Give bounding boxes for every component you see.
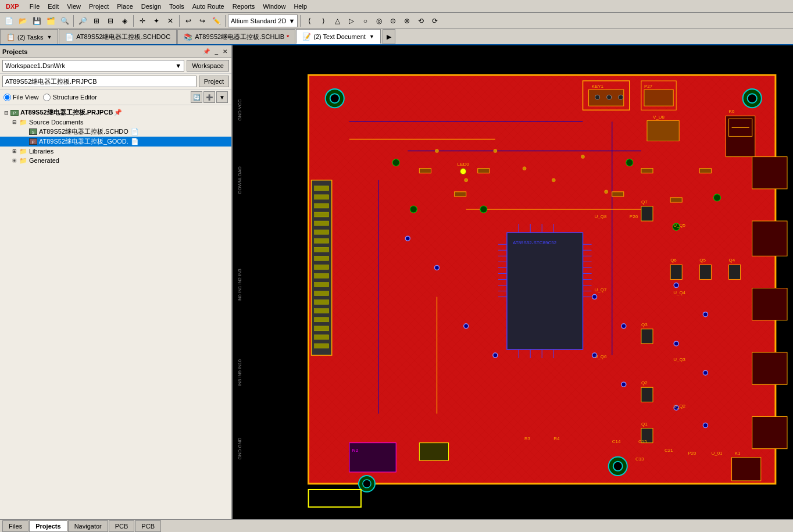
svg-text:U_Q6: U_Q6 [595,354,607,359]
svg-text:U_Q3: U_Q3 [673,357,685,362]
tab-tasks-label: (2) Tasks [17,34,43,41]
svg-rect-79 [315,309,329,313]
tb-icon-10[interactable]: ⟳ [428,15,441,27]
bottom-tab-pcb1[interactable]: PCB [109,520,135,532]
menu-view[interactable]: View [63,2,84,11]
scatter-btn[interactable]: ✦ [150,15,163,27]
tab-schlib[interactable]: 📚 AT89S52继电器工控板.SCHLIB * [177,29,295,44]
menu-file[interactable]: File [26,2,44,11]
tasks-icon: 📋 [6,33,15,41]
pcb-doc-indicator: 📄 [131,138,139,145]
redo-btn[interactable]: ↪ [196,15,209,27]
save-btn[interactable]: 💾 [30,15,43,27]
source-expand-btn[interactable]: ⊟ [10,118,19,126]
generated-expand-btn[interactable]: ⊞ [10,156,19,165]
tb-icon-8[interactable]: ⊗ [401,15,413,27]
filter-btn[interactable]: ◈ [118,15,131,27]
panel-pin-btn[interactable]: 📌 [201,48,212,55]
svg-point-118 [392,159,399,166]
zoom2-btn[interactable]: ⊟ [104,15,117,27]
project-root-item[interactable]: ⊟ P AT89S52继电器工控板.PRJPCB 📌 [0,108,231,117]
add-icon-btn[interactable]: ➕ [203,91,215,103]
undo-btn[interactable]: ↩ [182,15,195,27]
tb-icon-4[interactable]: ▷ [345,15,358,27]
bottom-tab-projects[interactable]: Projects [29,520,67,532]
structure-editor-radio-label[interactable]: Structure Editor [43,94,97,101]
schdo-file-item[interactable]: ▷ S AT89S52继电器工控板.SCHDO 📄 [0,127,231,137]
libraries-expand-btn[interactable]: ⊞ [10,147,19,155]
zoom-btn[interactable]: ⊞ [90,15,103,27]
menu-tools[interactable]: Tools [166,2,188,11]
tb-icon-9[interactable]: ⟲ [415,15,427,27]
project-expand-btn[interactable]: ⊟ [2,109,10,117]
standard-mode-dropdown[interactable]: Altium Standard 2D ▼ [228,15,298,27]
bottom-tab-navigator[interactable]: Navigator [68,520,108,532]
menu-autoroute[interactable]: Auto Route [189,2,228,11]
project-button[interactable]: Project [199,76,229,87]
svg-rect-72 [315,247,329,252]
file-view-radio-label[interactable]: File View [3,94,38,101]
add-arrow-icon-btn[interactable]: ▼ [216,91,228,103]
menu-place[interactable]: Place [113,2,137,11]
panel-minimize-btn[interactable]: _ [213,48,220,55]
svg-text:DOWNLOAD: DOWNLOAD [237,166,242,194]
svg-text:U_Q8: U_Q8 [595,214,607,219]
tb-icon-3[interactable]: △ [331,15,344,27]
cross-btn[interactable]: ✛ [136,15,149,27]
tab-schdoc[interactable]: 📄 AT89S52继电器工控板.SCHDOC [59,29,177,44]
menu-project[interactable]: Project [85,2,112,11]
svg-rect-127 [641,206,653,221]
svg-point-150 [493,353,498,358]
edit-btn[interactable]: ✏️ [210,15,223,27]
tb-icon-2[interactable]: ⟩ [317,15,330,27]
generated-folder[interactable]: ⊞ 📁 Generated [0,156,231,165]
svg-text:C15: C15 [638,439,647,444]
svg-text:C13: C13 [635,456,644,462]
svg-rect-116 [670,198,682,202]
tab-textdoc[interactable]: 📝 (2) Text Document ▼ [296,29,381,44]
svg-point-24 [619,95,623,99]
svg-point-22 [595,95,600,99]
new-btn[interactable]: 📄 [2,15,15,27]
panel-close-btn[interactable]: ✕ [221,48,229,55]
tb-icon-6[interactable]: ◎ [373,15,385,27]
svg-point-141 [465,178,468,182]
svg-rect-67 [315,203,329,208]
menu-design[interactable]: Design [138,2,165,11]
libraries-folder[interactable]: ⊞ 📁 Libraries [0,147,231,156]
svg-text:C21: C21 [665,448,673,453]
file-view-radio[interactable] [3,94,11,101]
svg-point-157 [674,341,678,346]
source-documents-folder[interactable]: ⊟ 📁 Source Documents [0,117,231,127]
structure-editor-radio[interactable] [43,94,51,101]
x-btn[interactable]: ✕ [164,15,177,27]
svg-rect-34 [507,233,583,349]
bottom-tab-files[interactable]: Files [2,520,28,532]
tb-icon-7[interactable]: ⊙ [387,15,399,27]
svg-text:LED0: LED0 [458,162,470,167]
save-all-btn[interactable]: 🗂️ [44,15,57,27]
bottom-tab-pcb2[interactable]: PCB [135,520,161,532]
pcb-good-file-item[interactable]: ▷ P AT89S52继电器工控板_GOOD. 📄 [0,137,231,147]
svg-rect-112 [455,192,466,197]
dropdown-arrow: ▼ [288,17,295,24]
search-btn[interactable]: 🔎 [76,15,89,27]
menu-reports[interactable]: Reports [229,2,259,11]
menu-help[interactable]: Help [290,2,310,11]
project-dropdown[interactable]: AT89S52继电器工控板.PRJPCB [2,76,197,87]
pcb-canvas[interactable]: GND VCC DOWNLOAD IN0 IN1 IN2 IN3 IN8 IN9… [233,45,793,519]
tab-tasks[interactable]: 📋 (2) Tasks ▼ [0,29,58,44]
refresh-icon-btn[interactable]: 🔄 [191,91,202,103]
open-btn[interactable]: 📂 [16,15,29,27]
menu-window[interactable]: Window [259,2,289,11]
tab-more-btn[interactable]: ▶ [383,29,395,44]
svg-rect-27 [644,90,673,106]
print-btn[interactable]: 🔍 [58,15,71,27]
workspace-button[interactable]: Workspace [187,60,229,72]
svg-rect-181 [732,458,761,481]
workspace-dropdown[interactable]: Workspace1.DsnWrk ▼ [2,60,184,72]
tb-icon-1[interactable]: ⟨ [303,15,316,27]
libraries-folder-icon: 📁 [19,148,28,155]
tb-icon-5[interactable]: ○ [359,15,372,27]
menu-edit[interactable]: Edit [44,2,62,11]
